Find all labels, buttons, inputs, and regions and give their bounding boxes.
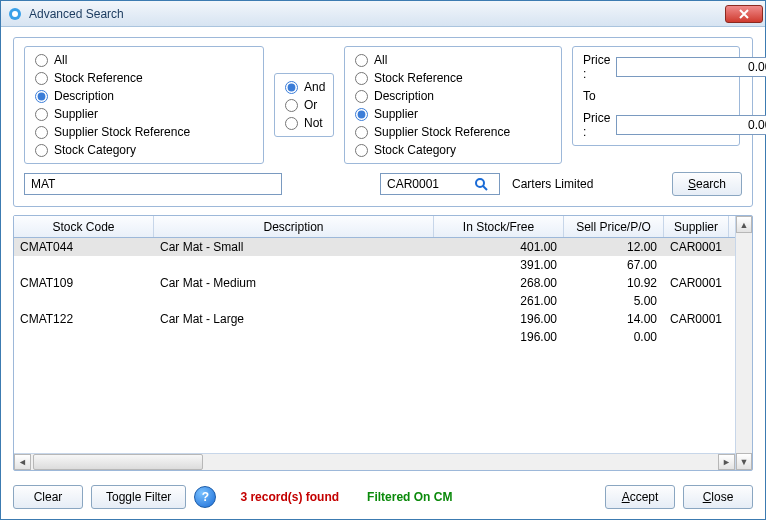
svg-point-1 xyxy=(12,11,18,17)
price-from-label: Price : xyxy=(583,53,610,81)
price-to2-label: Price : xyxy=(583,111,610,139)
col-sell-price[interactable]: Sell Price/P/O xyxy=(564,216,664,237)
cell-in-stock: 196.00 xyxy=(434,310,564,328)
filter2-stock-category[interactable]: Stock Category xyxy=(355,143,551,157)
results-grid: Stock Code Description In Stock/Free Sel… xyxy=(13,215,753,471)
filter1-supplier[interactable]: Supplier xyxy=(35,107,253,121)
cell-description xyxy=(154,328,434,346)
search-term1-input[interactable] xyxy=(24,173,282,195)
cell-supplier: CAR0001 xyxy=(664,310,729,328)
cell-description: Car Mat - Large xyxy=(154,310,434,328)
svg-line-3 xyxy=(483,186,487,190)
table-row[interactable]: 196.000.00 xyxy=(14,328,735,346)
criteria-panel: All Stock Reference Description Supplier… xyxy=(13,37,753,207)
help-icon[interactable]: ? xyxy=(194,486,216,508)
cell-description xyxy=(154,256,434,274)
cell-stock-code xyxy=(14,256,154,274)
cell-in-stock: 268.00 xyxy=(434,274,564,292)
cell-in-stock: 391.00 xyxy=(434,256,564,274)
content-area: All Stock Reference Description Supplier… xyxy=(1,27,765,481)
col-description[interactable]: Description xyxy=(154,216,434,237)
cell-supplier xyxy=(664,328,729,346)
price-to-input[interactable] xyxy=(616,115,766,135)
cell-supplier: CAR0001 xyxy=(664,274,729,292)
operator-and[interactable]: And xyxy=(285,80,323,94)
cell-description xyxy=(154,292,434,310)
filter1-description[interactable]: Description xyxy=(35,89,253,103)
records-found-label: 3 record(s) found xyxy=(240,490,339,504)
filter1-stock-reference[interactable]: Stock Reference xyxy=(35,71,253,85)
footer: Clear Toggle Filter ? 3 record(s) found … xyxy=(1,481,765,519)
close-button[interactable]: Close xyxy=(683,485,753,509)
operator-or[interactable]: Or xyxy=(285,98,323,112)
scroll-down-icon[interactable]: ▼ xyxy=(736,453,752,470)
filter1-stock-category[interactable]: Stock Category xyxy=(35,143,253,157)
supplier-name-label: Carters Limited xyxy=(512,177,593,191)
scroll-thumb[interactable] xyxy=(33,454,203,470)
filter1-all[interactable]: All xyxy=(35,53,253,67)
window: Advanced Search All Stock Reference Desc… xyxy=(0,0,766,520)
clear-button[interactable]: Clear xyxy=(13,485,83,509)
cell-supplier xyxy=(664,292,729,310)
filter1-supplier-stock-reference[interactable]: Supplier Stock Reference xyxy=(35,125,253,139)
supplier-lookup xyxy=(380,173,500,195)
filter2-all[interactable]: All xyxy=(355,53,551,67)
horizontal-scrollbar[interactable]: ◄ ► xyxy=(14,453,735,470)
search-button[interactable]: Search xyxy=(672,172,742,196)
cell-stock-code: CMAT044 xyxy=(14,238,154,256)
cell-stock-code xyxy=(14,292,154,310)
cell-stock-code: CMAT109 xyxy=(14,274,154,292)
cell-sell-price: 5.00 xyxy=(564,292,664,310)
col-in-stock[interactable]: In Stock/Free xyxy=(434,216,564,237)
accept-button[interactable]: Accept xyxy=(605,485,675,509)
app-icon xyxy=(7,6,23,22)
search-term2-input[interactable] xyxy=(381,174,471,194)
cell-sell-price: 10.92 xyxy=(564,274,664,292)
operator-group: And Or Not xyxy=(274,73,334,137)
supplier-lookup-icon[interactable] xyxy=(471,174,491,194)
cell-sell-price: 67.00 xyxy=(564,256,664,274)
table-row[interactable]: 391.0067.00 xyxy=(14,256,735,274)
cell-sell-price: 0.00 xyxy=(564,328,664,346)
cell-supplier: CAR0001 xyxy=(664,238,729,256)
table-row[interactable]: CMAT109Car Mat - Medium268.0010.92CAR000… xyxy=(14,274,735,292)
svg-point-2 xyxy=(476,179,484,187)
scroll-right-icon[interactable]: ► xyxy=(718,454,735,470)
filter2-stock-reference[interactable]: Stock Reference xyxy=(355,71,551,85)
cell-stock-code xyxy=(14,328,154,346)
cell-supplier xyxy=(664,256,729,274)
scroll-up-icon[interactable]: ▲ xyxy=(736,216,752,233)
cell-sell-price: 12.00 xyxy=(564,238,664,256)
window-close-button[interactable] xyxy=(725,5,763,23)
filter1-group: All Stock Reference Description Supplier… xyxy=(24,46,264,164)
cell-in-stock: 261.00 xyxy=(434,292,564,310)
cell-description: Car Mat - Small xyxy=(154,238,434,256)
grid-header: Stock Code Description In Stock/Free Sel… xyxy=(14,216,735,238)
filter2-description[interactable]: Description xyxy=(355,89,551,103)
cell-description: Car Mat - Medium xyxy=(154,274,434,292)
toggle-filter-button[interactable]: Toggle Filter xyxy=(91,485,186,509)
col-stock-code[interactable]: Stock Code xyxy=(14,216,154,237)
cell-sell-price: 14.00 xyxy=(564,310,664,328)
table-row[interactable]: 261.005.00 xyxy=(14,292,735,310)
operator-not[interactable]: Not xyxy=(285,116,323,130)
price-to-label: To xyxy=(583,89,625,103)
table-row[interactable]: CMAT044Car Mat - Small401.0012.00CAR0001 xyxy=(14,238,735,256)
vertical-scrollbar[interactable]: ▲ ▼ xyxy=(735,216,752,470)
col-supplier[interactable]: Supplier xyxy=(664,216,729,237)
price-group: Price : To Price : xyxy=(572,46,740,146)
cell-in-stock: 401.00 xyxy=(434,238,564,256)
scroll-left-icon[interactable]: ◄ xyxy=(14,454,31,470)
filtered-on-label: Filtered On CM xyxy=(367,490,452,504)
filter2-supplier[interactable]: Supplier xyxy=(355,107,551,121)
filter2-supplier-stock-reference[interactable]: Supplier Stock Reference xyxy=(355,125,551,139)
table-row[interactable]: CMAT122Car Mat - Large196.0014.00CAR0001 xyxy=(14,310,735,328)
window-title: Advanced Search xyxy=(29,7,725,21)
titlebar: Advanced Search xyxy=(1,1,765,27)
price-from-input[interactable] xyxy=(616,57,766,77)
grid-body[interactable]: CMAT044Car Mat - Small401.0012.00CAR0001… xyxy=(14,238,735,453)
cell-stock-code: CMAT122 xyxy=(14,310,154,328)
cell-in-stock: 196.00 xyxy=(434,328,564,346)
filter2-group: All Stock Reference Description Supplier… xyxy=(344,46,562,164)
